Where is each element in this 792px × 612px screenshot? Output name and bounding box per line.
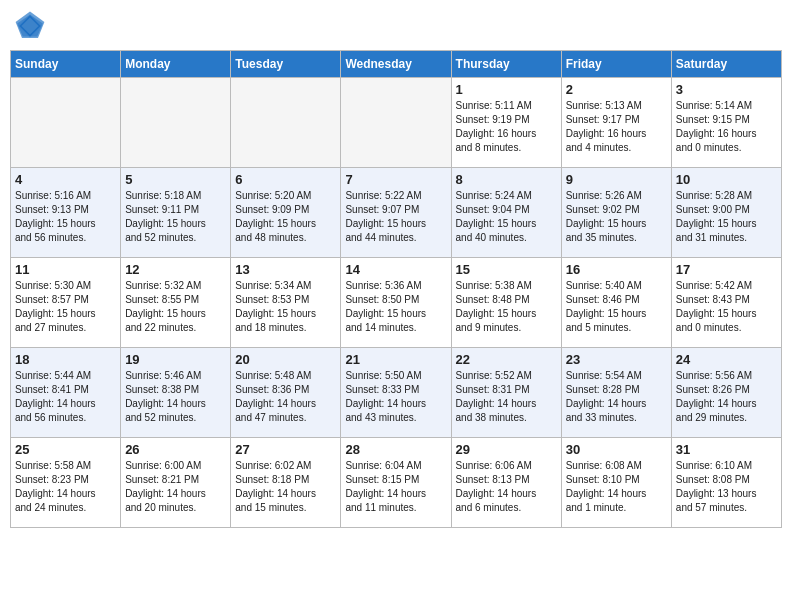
day-number: 12 [125,262,226,277]
day-info: Sunrise: 5:20 AM Sunset: 9:09 PM Dayligh… [235,189,336,245]
day-number: 8 [456,172,557,187]
day-number: 14 [345,262,446,277]
calendar-cell: 27Sunrise: 6:02 AM Sunset: 8:18 PM Dayli… [231,438,341,528]
calendar-cell: 11Sunrise: 5:30 AM Sunset: 8:57 PM Dayli… [11,258,121,348]
day-info: Sunrise: 6:00 AM Sunset: 8:21 PM Dayligh… [125,459,226,515]
calendar-cell: 16Sunrise: 5:40 AM Sunset: 8:46 PM Dayli… [561,258,671,348]
day-info: Sunrise: 5:48 AM Sunset: 8:36 PM Dayligh… [235,369,336,425]
day-info: Sunrise: 5:56 AM Sunset: 8:26 PM Dayligh… [676,369,777,425]
day-number: 23 [566,352,667,367]
day-info: Sunrise: 5:22 AM Sunset: 9:07 PM Dayligh… [345,189,446,245]
day-number: 31 [676,442,777,457]
day-info: Sunrise: 6:02 AM Sunset: 8:18 PM Dayligh… [235,459,336,515]
day-number: 21 [345,352,446,367]
day-number: 6 [235,172,336,187]
page-header [10,10,782,42]
calendar-cell [341,78,451,168]
day-number: 11 [15,262,116,277]
day-number: 15 [456,262,557,277]
day-number: 22 [456,352,557,367]
day-number: 19 [125,352,226,367]
day-number: 2 [566,82,667,97]
calendar-cell: 14Sunrise: 5:36 AM Sunset: 8:50 PM Dayli… [341,258,451,348]
header-saturday: Saturday [671,51,781,78]
week-row-3: 11Sunrise: 5:30 AM Sunset: 8:57 PM Dayli… [11,258,782,348]
day-info: Sunrise: 5:42 AM Sunset: 8:43 PM Dayligh… [676,279,777,335]
day-info: Sunrise: 5:40 AM Sunset: 8:46 PM Dayligh… [566,279,667,335]
calendar-cell: 13Sunrise: 5:34 AM Sunset: 8:53 PM Dayli… [231,258,341,348]
day-info: Sunrise: 5:34 AM Sunset: 8:53 PM Dayligh… [235,279,336,335]
calendar-cell: 4Sunrise: 5:16 AM Sunset: 9:13 PM Daylig… [11,168,121,258]
calendar-cell: 19Sunrise: 5:46 AM Sunset: 8:38 PM Dayli… [121,348,231,438]
day-info: Sunrise: 5:54 AM Sunset: 8:28 PM Dayligh… [566,369,667,425]
day-info: Sunrise: 6:08 AM Sunset: 8:10 PM Dayligh… [566,459,667,515]
day-info: Sunrise: 5:11 AM Sunset: 9:19 PM Dayligh… [456,99,557,155]
day-info: Sunrise: 5:26 AM Sunset: 9:02 PM Dayligh… [566,189,667,245]
calendar-cell: 6Sunrise: 5:20 AM Sunset: 9:09 PM Daylig… [231,168,341,258]
day-number: 7 [345,172,446,187]
calendar-cell: 25Sunrise: 5:58 AM Sunset: 8:23 PM Dayli… [11,438,121,528]
calendar-cell: 20Sunrise: 5:48 AM Sunset: 8:36 PM Dayli… [231,348,341,438]
header-friday: Friday [561,51,671,78]
calendar-cell [121,78,231,168]
header-wednesday: Wednesday [341,51,451,78]
calendar-cell: 23Sunrise: 5:54 AM Sunset: 8:28 PM Dayli… [561,348,671,438]
day-info: Sunrise: 5:58 AM Sunset: 8:23 PM Dayligh… [15,459,116,515]
day-number: 29 [456,442,557,457]
day-number: 16 [566,262,667,277]
calendar-cell: 29Sunrise: 6:06 AM Sunset: 8:13 PM Dayli… [451,438,561,528]
week-row-4: 18Sunrise: 5:44 AM Sunset: 8:41 PM Dayli… [11,348,782,438]
day-info: Sunrise: 5:24 AM Sunset: 9:04 PM Dayligh… [456,189,557,245]
calendar-cell: 18Sunrise: 5:44 AM Sunset: 8:41 PM Dayli… [11,348,121,438]
week-row-5: 25Sunrise: 5:58 AM Sunset: 8:23 PM Dayli… [11,438,782,528]
logo-icon [14,10,46,42]
calendar-cell [231,78,341,168]
calendar-cell: 15Sunrise: 5:38 AM Sunset: 8:48 PM Dayli… [451,258,561,348]
calendar-cell: 7Sunrise: 5:22 AM Sunset: 9:07 PM Daylig… [341,168,451,258]
day-info: Sunrise: 5:16 AM Sunset: 9:13 PM Dayligh… [15,189,116,245]
header-row: SundayMondayTuesdayWednesdayThursdayFrid… [11,51,782,78]
day-info: Sunrise: 5:18 AM Sunset: 9:11 PM Dayligh… [125,189,226,245]
calendar-cell: 24Sunrise: 5:56 AM Sunset: 8:26 PM Dayli… [671,348,781,438]
week-row-1: 1Sunrise: 5:11 AM Sunset: 9:19 PM Daylig… [11,78,782,168]
day-number: 5 [125,172,226,187]
day-info: Sunrise: 6:10 AM Sunset: 8:08 PM Dayligh… [676,459,777,515]
day-number: 4 [15,172,116,187]
header-tuesday: Tuesday [231,51,341,78]
day-info: Sunrise: 5:14 AM Sunset: 9:15 PM Dayligh… [676,99,777,155]
day-info: Sunrise: 6:04 AM Sunset: 8:15 PM Dayligh… [345,459,446,515]
day-info: Sunrise: 5:30 AM Sunset: 8:57 PM Dayligh… [15,279,116,335]
calendar-table: SundayMondayTuesdayWednesdayThursdayFrid… [10,50,782,528]
day-number: 30 [566,442,667,457]
calendar-cell: 3Sunrise: 5:14 AM Sunset: 9:15 PM Daylig… [671,78,781,168]
calendar-cell: 31Sunrise: 6:10 AM Sunset: 8:08 PM Dayli… [671,438,781,528]
day-number: 10 [676,172,777,187]
calendar-cell: 12Sunrise: 5:32 AM Sunset: 8:55 PM Dayli… [121,258,231,348]
calendar-cell: 10Sunrise: 5:28 AM Sunset: 9:00 PM Dayli… [671,168,781,258]
calendar-cell: 8Sunrise: 5:24 AM Sunset: 9:04 PM Daylig… [451,168,561,258]
day-info: Sunrise: 5:52 AM Sunset: 8:31 PM Dayligh… [456,369,557,425]
day-info: Sunrise: 5:38 AM Sunset: 8:48 PM Dayligh… [456,279,557,335]
day-number: 27 [235,442,336,457]
day-number: 1 [456,82,557,97]
day-info: Sunrise: 5:50 AM Sunset: 8:33 PM Dayligh… [345,369,446,425]
day-number: 25 [15,442,116,457]
header-thursday: Thursday [451,51,561,78]
day-number: 3 [676,82,777,97]
day-info: Sunrise: 5:32 AM Sunset: 8:55 PM Dayligh… [125,279,226,335]
day-number: 28 [345,442,446,457]
calendar-cell: 22Sunrise: 5:52 AM Sunset: 8:31 PM Dayli… [451,348,561,438]
calendar-cell: 17Sunrise: 5:42 AM Sunset: 8:43 PM Dayli… [671,258,781,348]
calendar-cell: 21Sunrise: 5:50 AM Sunset: 8:33 PM Dayli… [341,348,451,438]
day-number: 18 [15,352,116,367]
day-number: 24 [676,352,777,367]
day-number: 20 [235,352,336,367]
day-number: 9 [566,172,667,187]
day-info: Sunrise: 5:13 AM Sunset: 9:17 PM Dayligh… [566,99,667,155]
day-info: Sunrise: 5:46 AM Sunset: 8:38 PM Dayligh… [125,369,226,425]
day-number: 17 [676,262,777,277]
calendar-cell: 28Sunrise: 6:04 AM Sunset: 8:15 PM Dayli… [341,438,451,528]
day-number: 13 [235,262,336,277]
calendar-cell: 26Sunrise: 6:00 AM Sunset: 8:21 PM Dayli… [121,438,231,528]
logo [14,10,50,42]
